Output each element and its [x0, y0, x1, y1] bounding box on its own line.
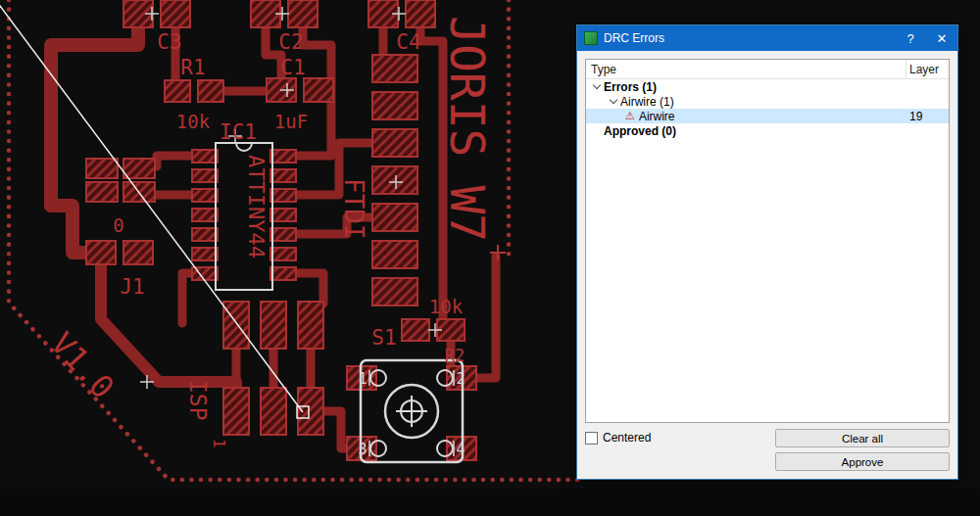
- label-isp: ISP: [185, 380, 211, 421]
- clear-all-button[interactable]: Clear all: [775, 429, 950, 447]
- label-ic1-part: ATTINY44: [244, 155, 269, 258]
- label-s1: S1: [371, 326, 396, 350]
- tree-item-approved-group[interactable]: Approved (0): [586, 123, 949, 138]
- centered-label: Centered: [603, 431, 651, 445]
- label-board-name: JORIS W7: [440, 16, 495, 242]
- centered-checkbox[interactable]: Centered: [585, 431, 651, 445]
- label-isp-pin1: 1: [210, 439, 228, 448]
- tree-item-errors-group[interactable]: Errors (1): [586, 79, 949, 94]
- canvas-bottom-strip: [0, 489, 980, 516]
- dialog-title: DRC Errors: [604, 31, 895, 45]
- column-header-layer[interactable]: Layer: [906, 60, 949, 78]
- label-sw-pin3: 3: [358, 441, 367, 458]
- dialog-bottom-row: Centered Clear all Approve: [585, 423, 950, 471]
- drc-errors-dialog: DRC Errors ? ✕ Type Layer Errors (1) Air…: [576, 24, 958, 480]
- tree-item-airwire-error[interactable]: ⚠ Airwire 19: [586, 109, 949, 123]
- label-r2: R2: [445, 346, 465, 365]
- label-r1-value: 10k: [176, 111, 211, 132]
- label-c1-value: 1uF: [274, 111, 308, 132]
- warning-icon: ⚠: [625, 111, 635, 121]
- checkbox-box[interactable]: [585, 432, 598, 445]
- label-c3: C3: [157, 30, 181, 54]
- label-r0: 0: [113, 214, 123, 236]
- approve-button[interactable]: Approve: [775, 452, 950, 471]
- dialog-body: Type Layer Errors (1) Airwire (1) ⚠ Airw…: [577, 51, 957, 479]
- label-sw-pin2: 2: [456, 370, 465, 388]
- airwire-group-label: Airwire (1): [620, 95, 674, 109]
- label-r2-value: 10k: [429, 296, 464, 317]
- airwire-error-layer: 19: [906, 110, 949, 123]
- label-c2: C2: [278, 30, 303, 54]
- airwire-error-label: Airwire: [639, 110, 675, 123]
- label-ic1: IC1: [220, 120, 257, 144]
- label-ftdi: FTDI: [339, 178, 368, 240]
- tree-header: Type Layer: [586, 60, 949, 79]
- chevron-down-icon[interactable]: [590, 85, 604, 88]
- drc-error-tree: Type Layer Errors (1) Airwire (1) ⚠ Airw…: [585, 59, 950, 423]
- label-c1: C1: [280, 56, 305, 79]
- tree-rows: Errors (1) Airwire (1) ⚠ Airwire 19 Appr…: [586, 79, 949, 422]
- chevron-down-icon[interactable]: [607, 100, 620, 103]
- approved-group-label: Approved (0): [604, 124, 676, 138]
- drc-dialog-icon: [584, 31, 598, 45]
- dialog-buttons: Clear all Approve: [775, 429, 950, 471]
- help-button[interactable]: ?: [895, 25, 926, 51]
- label-r1: R1: [180, 56, 205, 79]
- close-button[interactable]: ✕: [926, 25, 957, 51]
- errors-group-label: Errors (1): [604, 80, 657, 94]
- tree-item-airwire-group[interactable]: Airwire (1): [586, 94, 949, 109]
- dialog-titlebar[interactable]: DRC Errors ? ✕: [577, 25, 957, 51]
- label-sw-pin1: 1: [358, 370, 367, 388]
- label-j1: J1: [120, 275, 144, 299]
- eagle-board-window: C3 C2 C4 R1 C1 10k 1uF IC1 ATTINY44 FTDI…: [0, 0, 980, 516]
- label-sw-pin4: 4: [456, 441, 465, 458]
- label-c4: C4: [396, 30, 420, 54]
- column-header-type[interactable]: Type: [586, 60, 906, 78]
